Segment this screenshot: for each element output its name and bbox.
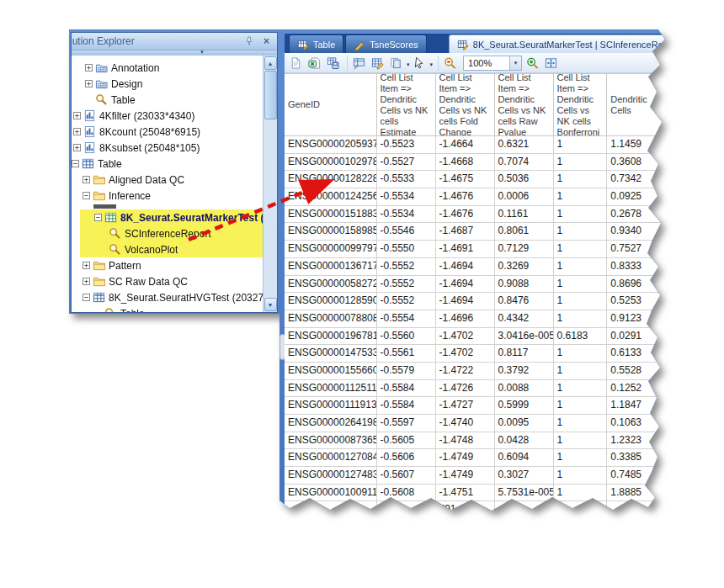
table-cell[interactable]: 0.9088 bbox=[495, 276, 554, 294]
table-cell[interactable]: -0.5527 bbox=[377, 154, 436, 172]
table-cell[interactable]: ENSG00000127483 bbox=[285, 467, 377, 485]
table-cell[interactable]: -1.4664 bbox=[436, 136, 495, 154]
table-row[interactable]: ENSG00000124256-0.5534-1.46760.000610.09… bbox=[285, 188, 668, 206]
save-table-button[interactable] bbox=[326, 55, 343, 72]
table-row[interactable]: ENSG00000099797-0.5550-1.46910.712910.75… bbox=[285, 241, 668, 258]
column-header[interactable]: Cell List Item => Dendritic Cells vs NK … bbox=[495, 74, 554, 136]
table-cell[interactable]: -0.5560 bbox=[377, 328, 436, 346]
tab-8k-seurat-seuratmarkertest-sci[interactable]: 8K_Seurat.SeuratMarkerTest | SCInference… bbox=[449, 34, 706, 53]
tree-item[interactable]: VolcanoPlot bbox=[72, 241, 263, 257]
table-cell[interactable]: -1.4726 bbox=[436, 380, 495, 398]
table-cell[interactable]: 0.0006 bbox=[495, 188, 554, 206]
tree-item[interactable]: +4Kfilter (23033*4340) bbox=[72, 108, 263, 124]
export-excel-button[interactable] bbox=[307, 55, 324, 72]
fit-to-window-button[interactable] bbox=[544, 55, 561, 72]
scroll-down-icon[interactable]: ▼ bbox=[264, 298, 277, 311]
table-cell[interactable]: 0.0428 bbox=[495, 432, 554, 450]
table-cell[interactable]: 0.6321 bbox=[495, 136, 554, 154]
table-cell[interactable]: -1.4722 bbox=[436, 363, 495, 380]
table-cell[interactable]: ENSG00000087365 bbox=[285, 432, 377, 450]
table-cell[interactable]: ENSG00000128590 bbox=[285, 293, 377, 310]
table-cell[interactable]: -1.4749 bbox=[436, 449, 495, 467]
table-cell[interactable]: ENSG00000078808 bbox=[285, 310, 377, 328]
scroll-up-icon[interactable]: ▲ bbox=[264, 56, 277, 70]
table-cell[interactable]: -0.5606 bbox=[377, 449, 436, 467]
table-cell[interactable]: -0.5552 bbox=[377, 258, 436, 276]
table-cell[interactable]: -0.5605 bbox=[377, 432, 436, 450]
table-cell[interactable]: ENSG00000205937 bbox=[285, 136, 377, 154]
table-row[interactable]: ENSG00000078808-0.5554-1.46960.434210.91… bbox=[285, 310, 668, 328]
table-cell[interactable]: ENSG00000264198 bbox=[285, 415, 377, 432]
table-cell[interactable]: -0.5554 bbox=[377, 310, 436, 328]
tree-item[interactable]: −8K_Seurat.SeuratMarkerTest (25048*20 bbox=[72, 209, 263, 225]
select-mode-button-dropdown-icon[interactable]: ▾ bbox=[430, 61, 434, 68]
table-cell[interactable]: -1.4687 bbox=[436, 223, 495, 241]
table-cell[interactable]: 1 bbox=[554, 206, 608, 224]
expand-icon[interactable]: + bbox=[73, 112, 81, 119]
table-cell[interactable]: 1.2323 bbox=[607, 432, 668, 450]
table-cell[interactable]: 1 bbox=[554, 397, 608, 415]
table-cell[interactable]: ENSG00000112511 bbox=[285, 380, 377, 398]
table-cell[interactable]: -0.5546 bbox=[377, 223, 436, 241]
table-cell[interactable]: ENSG00000127084 bbox=[285, 449, 377, 467]
table-cell[interactable]: 0.6094 bbox=[495, 449, 554, 467]
table-cell[interactable]: -1.4668 bbox=[436, 154, 495, 172]
expand-icon[interactable]: + bbox=[83, 278, 90, 285]
table-cell[interactable]: 1 bbox=[554, 310, 608, 328]
collapse-icon[interactable]: − bbox=[94, 214, 102, 221]
table-cell[interactable]: 0.1063 bbox=[607, 415, 668, 432]
table-cell[interactable]: 0.3608 bbox=[607, 154, 668, 172]
tree-item[interactable]: +8Kcount (25048*6915) bbox=[72, 124, 263, 140]
table-cell[interactable]: 0.9123 bbox=[607, 310, 668, 328]
table-cell[interactable]: 1 bbox=[554, 171, 608, 188]
table-cell[interactable]: -0.5579 bbox=[377, 363, 436, 380]
table-cell[interactable]: 1 bbox=[554, 345, 608, 363]
new-report-button[interactable] bbox=[289, 55, 306, 72]
table-cell[interactable]: 1 bbox=[554, 467, 608, 485]
table-cell[interactable] bbox=[607, 501, 668, 516]
table-cell[interactable]: 1 bbox=[554, 241, 608, 258]
tree-item[interactable]: SCInferenceReport bbox=[72, 225, 263, 241]
table-row-partial[interactable]: 791 bbox=[285, 501, 668, 516]
tree-item[interactable]: Table bbox=[72, 305, 263, 312]
table-cell[interactable]: 1 bbox=[554, 449, 608, 467]
table-cell[interactable]: 0.2678 bbox=[607, 206, 668, 224]
expand-icon[interactable]: + bbox=[83, 262, 90, 269]
expand-icon[interactable]: + bbox=[85, 80, 93, 87]
table-row[interactable]: ENSG00000264198-0.5597-1.47400.009510.10… bbox=[285, 415, 668, 432]
table-row[interactable]: ENSG00000136717-0.5552-1.46940.326910.83… bbox=[285, 258, 668, 276]
table-row[interactable]: ENSG00000151883-0.5534-1.46760.116110.26… bbox=[285, 206, 668, 224]
table-cell[interactable]: 0.8476 bbox=[495, 293, 554, 310]
table-cell[interactable]: ENSG00000147533 bbox=[285, 345, 377, 363]
table-cell[interactable]: 1 bbox=[554, 276, 608, 294]
table-cell[interactable]: 0.7485 bbox=[607, 467, 668, 485]
table-cell[interactable]: 0.4342 bbox=[495, 310, 554, 328]
table-cell[interactable]: 5.7531e-005 bbox=[495, 485, 554, 502]
table-cell[interactable]: -1.4702 bbox=[436, 345, 495, 363]
table-cell[interactable]: -1.4676 bbox=[436, 206, 495, 224]
table-cell[interactable]: ENSG00000124256 bbox=[285, 188, 377, 206]
table-cell[interactable]: 0.8333 bbox=[607, 258, 668, 276]
table-cell[interactable]: 0.6183 bbox=[554, 328, 608, 346]
table-row[interactable]: ENSG00000127483-0.5607-1.47490.302710.74… bbox=[285, 467, 668, 485]
table-cell[interactable]: 0.7342 bbox=[607, 171, 668, 188]
table-cell[interactable]: 1 bbox=[554, 154, 608, 172]
expand-icon[interactable]: + bbox=[85, 64, 93, 72]
edit-table-button[interactable] bbox=[370, 55, 387, 72]
copy-button-dropdown-icon[interactable]: ▾ bbox=[407, 61, 410, 68]
table-cell[interactable]: 791 bbox=[436, 501, 495, 516]
table-cell[interactable]: 1.1847 bbox=[607, 397, 668, 415]
table-cell[interactable] bbox=[285, 501, 377, 516]
table-row[interactable]: ENSG00000128228-0.5533-1.46750.503610.73… bbox=[285, 171, 668, 188]
table-cell[interactable]: 0.5253 bbox=[607, 293, 668, 310]
table-cell[interactable]: 0.8696 bbox=[607, 276, 668, 294]
table-cell[interactable]: 0.0925 bbox=[607, 188, 668, 206]
table-cell[interactable]: ENSG00000155660 bbox=[285, 363, 377, 380]
tree-item[interactable]: +Pattern bbox=[72, 257, 263, 273]
table-row[interactable]: ENSG00000058272-0.5552-1.46940.908810.86… bbox=[285, 276, 668, 294]
column-header[interactable]: Dendritic Cells bbox=[607, 74, 668, 136]
tab-close-icon[interactable]: x bbox=[685, 38, 698, 50]
column-header[interactable]: Cell List Item => Dendritic Cells vs NK … bbox=[377, 74, 436, 136]
table-row[interactable]: ENSG00000111913-0.5584-1.47270.599911.18… bbox=[285, 397, 668, 415]
scrollbar-thumb[interactable] bbox=[264, 71, 277, 119]
